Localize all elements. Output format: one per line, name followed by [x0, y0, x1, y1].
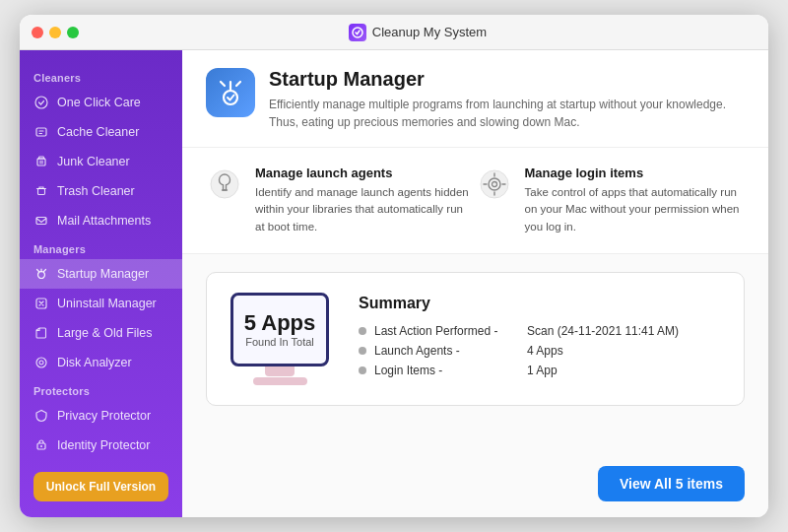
sidebar-label-privacy-protector: Privacy Protector [57, 409, 151, 423]
sidebar-label-junk-cleaner: Junk Cleaner [57, 155, 130, 168]
main-content: Cleaners One Click Care Cache [20, 50, 768, 517]
sidebar-item-trash-cleaner[interactable]: Trash Cleaner [20, 176, 182, 206]
svg-point-8 [36, 358, 46, 367]
sidebar-item-large-old-files[interactable]: Large & Old Files [20, 318, 182, 348]
sidebar-item-mail-attachments[interactable]: Mail Attachments [20, 206, 182, 235]
summary-key-1: Launch Agents - [374, 344, 527, 358]
summary-row-0: Last Action Performed - Scan (24-11-2021… [359, 324, 720, 338]
svg-point-9 [39, 361, 43, 365]
view-all-button[interactable]: View All 5 items [598, 466, 745, 501]
cache-cleaner-icon [33, 124, 49, 140]
summary-dot-2 [359, 366, 366, 374]
sidebar-label-cache-cleaner: Cache Cleaner [57, 125, 139, 139]
feature-login-items-text: Manage login items Take control of apps … [525, 166, 746, 235]
sidebar-item-one-click-care[interactable]: One Click Care [20, 88, 182, 117]
summary-section: 5 Apps Found In Total Summary Last Actio… [182, 254, 768, 456]
content-footer: View All 5 items [182, 456, 768, 517]
sidebar: Cleaners One Click Care Cache [20, 50, 182, 517]
close-button[interactable] [32, 27, 43, 38]
feature-login-items: Manage login items Take control of apps … [476, 166, 746, 235]
junk-cleaner-icon [33, 154, 49, 169]
uninstall-manager-icon [33, 296, 49, 311]
feature-login-items-title: Manage login items [525, 166, 746, 180]
page-title: Startup Manager [269, 68, 742, 91]
feature-launch-agents-text: Manage launch agents Identify and manage… [255, 166, 476, 235]
feature-login-items-desc: Take control of apps that automatically … [525, 184, 746, 235]
svg-point-11 [40, 445, 42, 447]
svg-point-1 [35, 97, 47, 108]
monitor-graphic: 5 Apps Found In Total [230, 293, 329, 385]
minimize-button[interactable] [49, 27, 61, 38]
one-click-care-icon [33, 95, 49, 110]
monitor-stand [265, 366, 295, 376]
privacy-protector-icon [33, 408, 49, 424]
summary-value-1: 4 Apps [527, 344, 563, 358]
apps-count: 5 Apps [244, 310, 316, 336]
maximize-button[interactable] [67, 27, 79, 38]
summary-dot-1 [359, 347, 366, 355]
traffic-lights [32, 27, 79, 38]
titlebar: Cleanup My System [20, 15, 768, 50]
summary-title: Summary [359, 295, 720, 312]
app-titlebar-icon [349, 24, 366, 41]
sidebar-item-cache-cleaner[interactable]: Cache Cleaner [20, 117, 182, 147]
summary-row-2: Login Items - 1 App [359, 364, 720, 377]
protectors-section-label: Protectors [20, 377, 182, 401]
sidebar-item-privacy-protector[interactable]: Privacy Protector [20, 401, 182, 431]
svg-rect-3 [37, 159, 45, 166]
sidebar-label-trash-cleaner: Trash Cleaner [57, 184, 135, 198]
unlock-full-version-button[interactable]: Unlock Full Version [33, 472, 168, 501]
feature-launch-agents: Manage launch agents Identify and manage… [206, 166, 476, 235]
sidebar-item-identity-protector[interactable]: Identity Protector [20, 431, 182, 460]
large-old-files-icon [33, 325, 49, 341]
sidebar-label-startup-manager: Startup Manager [57, 267, 149, 281]
managers-section-label: Managers [20, 235, 182, 259]
summary-card: 5 Apps Found In Total Summary Last Actio… [206, 272, 745, 406]
sidebar-label-uninstall-manager: Uninstall Manager [57, 297, 157, 310]
sidebar-item-startup-manager[interactable]: Startup Manager [20, 259, 182, 289]
sidebar-label-identity-protector: Identity Protector [57, 438, 151, 452]
content-header-text: Startup Manager Efficiently manage multi… [269, 68, 742, 131]
sidebar-item-uninstall-manager[interactable]: Uninstall Manager [20, 289, 182, 318]
summary-dot-0 [359, 327, 366, 335]
sidebar-label-large-old-files: Large & Old Files [57, 326, 153, 340]
app-window: Cleanup My System Cleaners One Click Car… [20, 15, 768, 517]
login-items-icon [476, 166, 513, 203]
monitor-screen: 5 Apps Found In Total [230, 293, 329, 366]
svg-point-12 [224, 91, 237, 104]
summary-row-1: Launch Agents - 4 Apps [359, 344, 720, 358]
cleaners-section-label: Cleaners [20, 64, 182, 88]
summary-value-0: Scan (24-11-2021 11:41 AM) [527, 324, 679, 338]
sidebar-label-mail-attachments: Mail Attachments [57, 214, 151, 228]
sidebar-item-junk-cleaner[interactable]: Junk Cleaner [20, 147, 182, 176]
sidebar-label-disk-analyzer: Disk Analyzer [57, 356, 132, 369]
titlebar-center: Cleanup My System [79, 24, 756, 41]
disk-analyzer-icon [33, 355, 49, 370]
content-header: Startup Manager Efficiently manage multi… [182, 50, 768, 148]
startup-manager-icon [33, 266, 49, 282]
window-title: Cleanup My System [372, 25, 487, 39]
identity-protector-icon [33, 437, 49, 453]
sidebar-bottom: Unlock Full Version [20, 460, 182, 513]
feature-launch-agents-title: Manage launch agents [255, 166, 476, 180]
launch-agents-icon [206, 166, 243, 203]
svg-rect-5 [36, 218, 46, 225]
sidebar-label-one-click-care: One Click Care [57, 96, 141, 109]
mail-attachments-icon [33, 213, 49, 229]
summary-key-0: Last Action Performed - [374, 324, 527, 338]
summary-details: Summary Last Action Performed - Scan (24… [359, 295, 720, 383]
apps-sublabel: Found In Total [245, 336, 314, 348]
monitor-base [253, 377, 307, 385]
svg-rect-4 [38, 189, 45, 195]
startup-manager-app-icon [206, 68, 255, 117]
trash-cleaner-icon [33, 183, 49, 199]
page-description: Efficiently manage multiple programs fro… [269, 96, 742, 131]
sidebar-item-disk-analyzer[interactable]: Disk Analyzer [20, 348, 182, 377]
summary-key-2: Login Items - [374, 364, 527, 377]
feature-launch-agents-desc: Identify and manage launch agents hidden… [255, 184, 476, 235]
svg-rect-2 [36, 128, 46, 136]
content-area: Startup Manager Efficiently manage multi… [182, 50, 768, 517]
summary-value-2: 1 App [527, 364, 558, 377]
features-row: Manage launch agents Identify and manage… [182, 148, 768, 254]
